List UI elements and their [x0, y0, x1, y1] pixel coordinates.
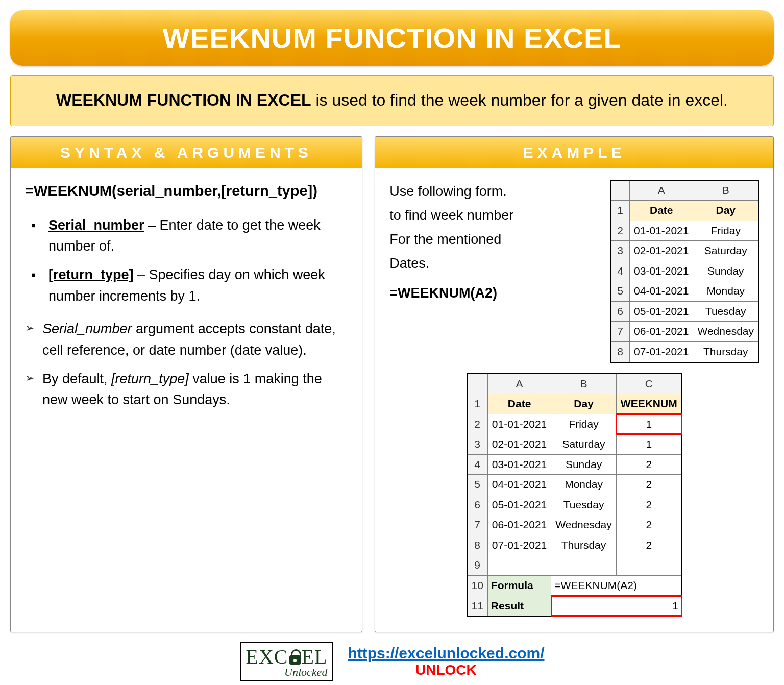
table-cell: 06-01-2021: [487, 515, 551, 535]
page-title: WEEKNUM FUNCTION IN EXCEL: [10, 10, 774, 66]
note-italic: [return_type]: [111, 371, 189, 386]
row-header: 8: [610, 341, 630, 362]
note-item: By default, [return_type] value is 1 mak…: [25, 369, 348, 411]
arg-name: [return_type]: [48, 267, 134, 282]
row-header: 4: [610, 261, 630, 281]
row-header: 5: [610, 281, 630, 302]
table-cell: Wednesday: [551, 515, 617, 535]
table-corner: [610, 180, 630, 201]
table-cell: Wednesday: [693, 322, 758, 342]
row-header: 2: [610, 221, 630, 241]
table-cell: 2: [616, 475, 681, 495]
table-cell: 1: [616, 434, 681, 455]
table-header-cell: Date: [487, 394, 551, 414]
table-cell: 03-01-2021: [487, 454, 551, 475]
col-header: B: [551, 374, 617, 394]
row-header: 7: [610, 322, 630, 342]
example-table-2: A B C 1 Date Day WEEKNUM 201-01-2021Frid…: [467, 373, 682, 617]
col-header: C: [616, 374, 681, 394]
table-cell: Tuesday: [551, 495, 617, 515]
table-header-cell: WEEKNUM: [616, 394, 681, 414]
table-cell: 2: [616, 495, 681, 515]
table-cell: Friday: [693, 221, 758, 241]
table-cell: 02-01-2021: [630, 241, 693, 261]
table-cell: Saturday: [693, 241, 758, 261]
col-header: A: [630, 180, 693, 201]
example-line: For the mentioned: [389, 228, 601, 252]
table-cell: Monday: [551, 475, 617, 495]
table-cell: 2: [616, 535, 681, 555]
arg-serial-number: Serial_number – Enter date to get the we…: [31, 215, 348, 258]
table-cell: 2: [616, 515, 681, 535]
table-cell: [487, 555, 551, 576]
row-header: 10: [467, 575, 488, 596]
example-formula: =WEEKNUM(A2): [389, 281, 601, 305]
table-cell: Saturday: [551, 434, 617, 455]
row-header: 4: [467, 454, 488, 475]
row-header: 1: [610, 201, 630, 221]
example-table-1: A B 1 Date Day 201-01-2021Friday 302-01-…: [610, 180, 759, 363]
table-cell: Thursday: [551, 535, 617, 555]
example-panel: EXAMPLE Use following form. to find week…: [375, 136, 774, 632]
table-corner: [467, 374, 488, 394]
syntax-header: SYNTAX & ARGUMENTS: [11, 137, 362, 168]
intro-bold: WEEKNUM FUNCTION IN EXCEL: [56, 91, 311, 109]
row-header: 5: [467, 475, 488, 495]
footer: EXCEL Unlocked https://excelunlocked.com…: [10, 642, 774, 681]
table-cell: 02-01-2021: [487, 434, 551, 455]
table-cell: Friday: [551, 414, 617, 434]
table-cell: Monday: [693, 281, 758, 302]
weeknum-result-highlight: 1: [616, 414, 681, 434]
col-header: B: [693, 180, 758, 201]
syntax-formula: =WEEKNUM(serial_number,[return_type]): [25, 180, 348, 203]
table-cell: [616, 555, 681, 576]
table-cell: 05-01-2021: [487, 495, 551, 515]
note-italic: Serial_number: [42, 321, 132, 336]
table-header-cell: Day: [551, 394, 617, 414]
row-header: 9: [467, 555, 488, 576]
table-cell: 01-01-2021: [630, 221, 693, 241]
intro-description: WEEKNUM FUNCTION IN EXCEL is used to fin…: [10, 75, 774, 126]
table-cell: [551, 555, 617, 576]
note-item: Serial_number argument accepts constant …: [25, 319, 348, 361]
arg-name: Serial_number: [48, 217, 144, 233]
row-header: 2: [467, 414, 488, 434]
table-cell: 04-01-2021: [630, 281, 693, 302]
table-header-cell: Day: [693, 201, 758, 221]
table-cell: 06-01-2021: [630, 322, 693, 342]
col-header: A: [487, 374, 551, 394]
table-cell: 01-01-2021: [487, 414, 551, 434]
example-line: to find week number: [389, 204, 601, 228]
row-header: 7: [467, 515, 488, 535]
row-header: 8: [467, 535, 488, 555]
note-pre: By default,: [42, 371, 111, 386]
example-text: Use following form. to find week number …: [389, 180, 601, 305]
table-cell: 07-01-2021: [487, 535, 551, 555]
footer-unlock-text: UNLOCK: [348, 662, 544, 678]
syntax-panel: SYNTAX & ARGUMENTS =WEEKNUM(serial_numbe…: [10, 136, 362, 632]
result-label-cell: Result: [487, 596, 551, 616]
footer-link[interactable]: https://excelunlocked.com/: [348, 645, 544, 662]
table-cell: 2: [616, 454, 681, 475]
table-cell: Sunday: [693, 261, 758, 281]
arg-return-type: [return_type] – Specifies day on which w…: [31, 264, 348, 307]
table-cell: Tuesday: [693, 301, 758, 322]
formula-label-cell: Formula: [487, 575, 551, 596]
intro-rest: is used to find the week number for a gi…: [311, 91, 728, 109]
lock-icon: [289, 649, 301, 665]
row-header: 6: [467, 495, 488, 515]
row-header: 1: [467, 394, 488, 414]
table-cell: 05-01-2021: [630, 301, 693, 322]
logo-subtext: Unlocked: [284, 666, 327, 679]
table-cell: Thursday: [693, 341, 758, 362]
row-header: 6: [610, 301, 630, 322]
table-header-cell: Date: [630, 201, 693, 221]
example-header: EXAMPLE: [375, 137, 773, 168]
row-header: 11: [467, 596, 488, 616]
formula-value-cell: =WEEKNUM(A2): [551, 575, 682, 596]
logo-text: EXCEL: [246, 645, 328, 669]
example-line: Use following form.: [389, 180, 601, 204]
logo: EXCEL Unlocked: [240, 642, 334, 681]
table-cell: 03-01-2021: [630, 261, 693, 281]
example-line: Dates.: [389, 252, 601, 276]
